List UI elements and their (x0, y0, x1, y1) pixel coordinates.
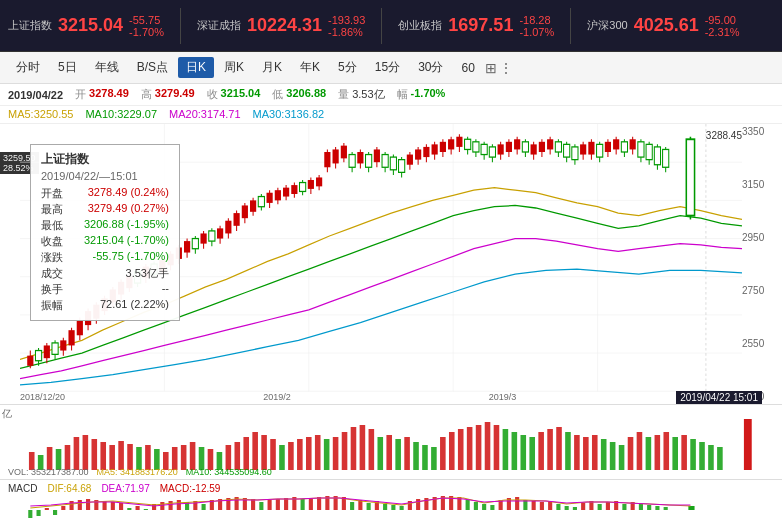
ticker-szcz[interactable]: 深证成指 10224.31 -193.93 -1.86% (197, 14, 365, 38)
chart-toolbar: 分时 5日 年线 B/S点 日K 周K 月K 年K 5分 15分 30分 60 … (0, 52, 782, 84)
tooltip-row-open: 开盘 3278.49 (0.24%) (41, 186, 169, 201)
svg-rect-67 (250, 200, 256, 211)
btn-15fen[interactable]: 15分 (367, 57, 408, 78)
svg-rect-175 (74, 437, 80, 470)
svg-rect-19 (52, 343, 58, 354)
svg-rect-13 (27, 356, 33, 366)
svg-rect-206 (351, 427, 357, 470)
svg-rect-129 (506, 142, 512, 152)
svg-rect-308 (515, 497, 519, 510)
svg-rect-63 (234, 213, 240, 226)
tooltip-row-low: 最低 3206.88 (-1.95%) (41, 218, 169, 233)
svg-rect-137 (539, 142, 545, 152)
svg-rect-276 (251, 499, 255, 510)
svg-rect-265 (160, 502, 164, 510)
ma-bar: MA5:3250.55 MA10:3229.07 MA20:3174.71 MA… (0, 106, 782, 124)
ticker-szcz-price: 10224.31 (247, 15, 322, 36)
svg-rect-159 (630, 139, 636, 149)
high-value: 3279.49 (155, 87, 195, 102)
high-info: 高 3279.49 (141, 87, 195, 102)
svg-rect-229 (556, 427, 562, 470)
svg-rect-235 (610, 442, 616, 470)
low-label: 低 (272, 87, 283, 102)
main-chart[interactable]: 3259.5028.52% 3288.45 上证指数 2019/04/22/—1… (0, 124, 782, 404)
range-info: 幅 -1.70% (397, 87, 446, 102)
svg-rect-255 (78, 500, 82, 510)
btn-5ri[interactable]: 5日 (50, 57, 85, 78)
svg-rect-105 (407, 155, 413, 165)
svg-rect-283 (309, 498, 313, 510)
svg-rect-95 (366, 155, 372, 168)
ticker-shzs[interactable]: 上证指数 3215.04 -55.75 -1.70% (8, 14, 164, 38)
macd-val-label: MACD:-12.59 (160, 483, 221, 494)
btn-yuek[interactable]: 月K (254, 57, 290, 78)
svg-rect-85 (324, 152, 330, 167)
svg-rect-115 (448, 139, 454, 149)
btn-zhouk[interactable]: 周K (216, 57, 252, 78)
stock-info-bar: 2019/04/22 开 3278.49 高 3279.49 收 3215.04… (0, 84, 782, 106)
svg-rect-215 (431, 447, 437, 470)
svg-rect-123 (481, 144, 487, 154)
svg-rect-75 (283, 188, 289, 197)
svg-rect-117 (456, 137, 462, 147)
svg-rect-311 (540, 502, 544, 510)
svg-rect-167 (663, 149, 669, 167)
ticker-hs300[interactable]: 沪深300 4025.61 -95.00 -2.31% (587, 14, 739, 38)
svg-rect-278 (268, 500, 272, 510)
svg-rect-188 (190, 442, 196, 470)
svg-rect-280 (284, 498, 288, 510)
tooltip-row-change: 涨跌 -55.75 (-1.70%) (41, 250, 169, 265)
btn-nianxian[interactable]: 年线 (87, 57, 127, 78)
svg-rect-59 (217, 228, 223, 238)
ma10: MA10:3229.07 (85, 108, 157, 121)
svg-rect-89 (341, 146, 347, 159)
more-icon[interactable]: ⋮ (499, 60, 513, 76)
btn-rik[interactable]: 日K (178, 57, 214, 78)
vol-value: 3.53亿 (352, 87, 384, 102)
svg-rect-279 (276, 499, 280, 510)
svg-rect-292 (383, 504, 387, 510)
ticker-cyb[interactable]: 创业板指 1697.51 -18.28 -1.07% (398, 14, 554, 38)
tooltip: 上证指数 2019/04/22/—15:01 开盘 3278.49 (0.24%… (30, 144, 180, 321)
svg-rect-177 (91, 439, 97, 470)
svg-rect-135 (531, 144, 537, 154)
svg-rect-223 (503, 429, 509, 470)
svg-rect-256 (86, 499, 90, 510)
stock-date: 2019/04/22 (8, 89, 63, 101)
svg-rect-263 (144, 509, 148, 510)
tooltip-row-high: 最高 3279.49 (0.27%) (41, 202, 169, 217)
svg-rect-303 (474, 502, 478, 510)
btn-60[interactable]: 60 (454, 59, 483, 77)
svg-rect-246 (708, 445, 714, 470)
svg-rect-210 (386, 435, 392, 470)
svg-rect-15 (35, 351, 41, 361)
btn-niank[interactable]: 年K (292, 57, 328, 78)
svg-rect-121 (473, 142, 479, 152)
vol-ma10: MA10: 344535094.60 (186, 467, 272, 477)
ticker-hs300-change: -95.00 -2.31% (705, 14, 740, 38)
svg-rect-211 (395, 439, 401, 470)
ticker-szcz-name: 深证成指 (197, 18, 241, 33)
grid-icon[interactable]: ⊞ (485, 60, 497, 76)
svg-rect-224 (512, 432, 518, 470)
btn-bsd[interactable]: B/S点 (129, 57, 176, 78)
svg-rect-209 (377, 437, 383, 470)
btn-5fen[interactable]: 5分 (330, 57, 365, 78)
svg-rect-133 (522, 142, 528, 152)
svg-rect-196 (261, 435, 267, 470)
ticker-cyb-change: -18.28 -1.07% (519, 14, 554, 38)
svg-rect-155 (613, 139, 619, 149)
x-label-1: 2018/12/20 (20, 392, 65, 402)
svg-rect-254 (70, 501, 74, 510)
macd-chart (20, 496, 742, 524)
btn-30fen[interactable]: 30分 (410, 57, 451, 78)
svg-rect-277 (259, 502, 263, 510)
btn-fenshi[interactable]: 分时 (8, 57, 48, 78)
svg-rect-55 (201, 233, 207, 243)
svg-rect-169 (686, 139, 694, 215)
svg-rect-222 (494, 425, 500, 470)
svg-rect-319 (606, 502, 610, 510)
close-label: 收 (207, 87, 218, 102)
svg-rect-261 (127, 508, 131, 510)
tooltip-row-turnover: 换手 -- (41, 282, 169, 297)
